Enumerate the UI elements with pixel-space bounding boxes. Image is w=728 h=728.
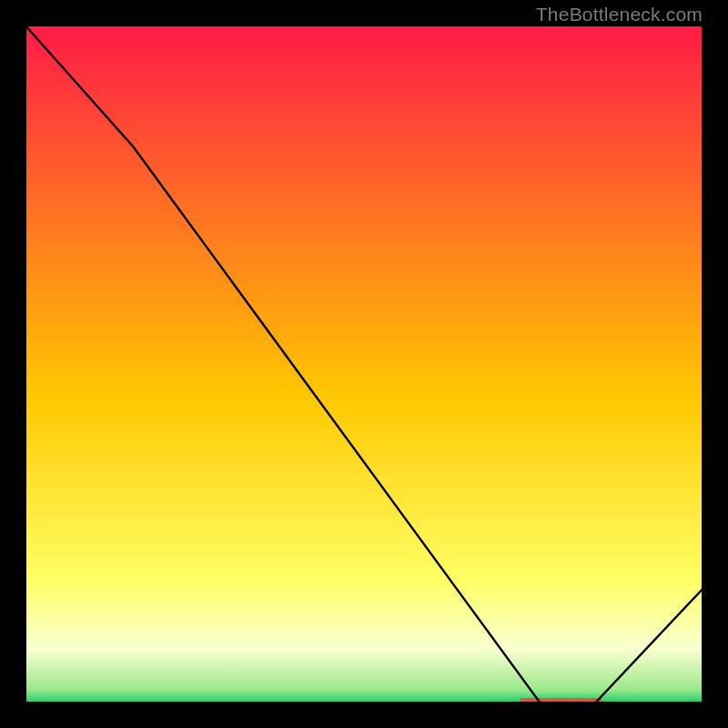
chart-border: [25, 25, 703, 703]
chart-frame: [25, 25, 703, 703]
chart-line: [25, 25, 703, 703]
watermark-text: TheBottleneck.com: [536, 4, 703, 25]
chart-line-layer: [25, 25, 703, 703]
